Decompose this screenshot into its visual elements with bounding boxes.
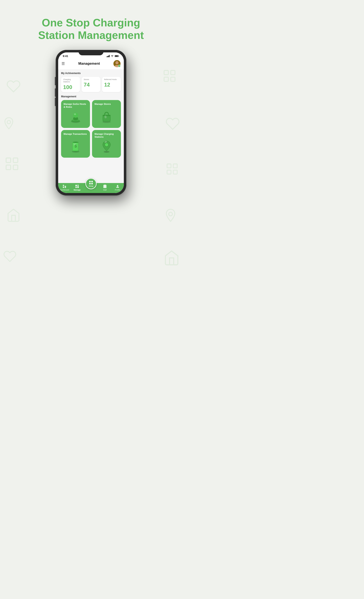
phone-mockup: 9:41 [56,50,126,195]
svg-rect-52 [65,186,66,188]
manage-transactions-icon: $ [70,139,82,155]
manage-transactions-title: Manage Transactions [64,132,87,135]
svg-point-45 [105,143,108,146]
svg-rect-47 [89,181,91,182]
achievement-value-hosts: 12 [104,81,119,88]
nav-profile-label: Profile [115,189,120,191]
bag-3d-icon [101,109,113,123]
nav-mall[interactable]: Mall [99,184,111,191]
person-3d-icon [69,109,82,123]
svg-rect-15 [107,56,108,57]
setup-fab-label: Setup [89,185,93,187]
svg-rect-41 [74,145,76,145]
svg-point-13 [169,212,172,216]
setup-icon [89,180,93,185]
svg-rect-56 [76,187,77,188]
nav-manage-label: Manage [74,189,81,191]
achievement-label-hosts: Referred Hosts [104,79,119,81]
battery-icon [115,55,119,57]
nav-manage[interactable]: Manage [71,184,84,191]
achievements-row: Charging Stations 100 Stores 74 Referred… [61,77,121,92]
nav-mall-label: Mall [103,189,107,191]
manage-gogo-hosts-card[interactable]: Manage GoGo Hosts & Roles [61,100,90,128]
svg-rect-33 [103,115,110,116]
svg-rect-48 [91,181,93,182]
svg-point-23 [116,61,119,64]
svg-rect-20 [115,55,118,57]
manage-icon [75,184,79,188]
manage-gogo-hosts-title: Manage GoGo Hosts & Roles [64,103,87,109]
svg-rect-2 [13,158,18,162]
svg-rect-4 [13,165,18,170]
page-headline: One Stop Charging Station Management [16,17,166,42]
status-icons [107,55,119,57]
nav-dashboard[interactable]: Dashboard [58,184,71,191]
svg-rect-51 [63,186,64,188]
location-3d-icon [101,139,113,153]
svg-rect-11 [167,170,171,174]
manage-gogo-hosts-icon [69,109,82,125]
nav-dashboard-label: Dashboard [60,189,69,191]
hamburger-button[interactable]: ☰ [61,61,65,66]
svg-point-0 [7,120,10,124]
svg-rect-1 [6,158,11,162]
achievement-card-stores: Stores 74 [82,77,101,92]
svg-rect-57 [77,186,79,188]
svg-rect-53 [63,185,64,186]
headline-line2: Station Management [38,29,144,41]
achievement-card-charging: Charging Stations 100 [61,77,80,92]
svg-point-42 [73,142,78,143]
svg-rect-8 [171,77,175,81]
achievements-section-title: My Achivements [61,72,121,75]
svg-point-29 [74,113,76,115]
avatar-container[interactable] [113,60,120,67]
mall-icon [103,184,107,188]
receipt-3d-icon: $ [70,139,82,153]
svg-rect-9 [167,164,171,168]
manage-stores-card[interactable]: Manage Stores [92,100,121,128]
achievement-label-stores: Stores [84,79,99,81]
avatar-verified-badge [118,65,120,67]
svg-rect-17 [109,55,110,57]
status-time: 9:41 [63,54,68,58]
manage-charging-stations-card[interactable]: Manage Charging Stations [92,130,121,158]
app-content: My Achivements Charging Stations 100 Sto… [58,69,124,183]
phone-screen: 9:41 [58,53,124,193]
svg-rect-3 [6,165,11,170]
svg-rect-49 [89,183,91,184]
profile-icon [116,184,120,188]
svg-rect-40 [74,144,76,144]
dashboard-icon [62,184,67,188]
svg-rect-12 [173,170,177,174]
achievement-label-charging: Charging Stations [63,79,78,83]
setup-fab[interactable]: Setup [85,178,97,189]
management-section-title: Management [61,95,121,98]
wifi-icon [111,55,114,57]
signal-icon [107,55,110,57]
svg-point-28 [73,113,78,118]
svg-rect-7 [164,77,168,81]
phone-notch [78,50,103,55]
app-header: ☰ Management [58,58,124,69]
manage-charging-stations-icon [101,139,113,155]
svg-rect-32 [103,116,110,121]
svg-rect-10 [173,164,177,168]
achievement-value-stores: 74 [84,81,99,88]
svg-rect-54 [76,185,77,186]
svg-point-59 [117,185,118,186]
achievement-card-hosts: Referred Hosts 12 [102,77,121,92]
svg-point-43 [104,151,110,153]
svg-rect-14 [107,56,107,57]
manage-transactions-card[interactable]: Manage Transactions [61,130,90,158]
svg-rect-5 [164,70,168,75]
manage-stores-title: Manage Stores [94,103,119,106]
headline-line1: One Stop Charging [42,17,140,29]
bottom-navigation: Setup Dashboard [58,183,124,193]
achievement-value-charging: 100 [63,84,78,90]
svg-point-18 [112,57,112,57]
manage-charging-stations-title: Manage Charging Stations [94,132,119,139]
nav-profile[interactable]: Profile [111,184,124,191]
phone-frame: 9:41 [56,50,126,195]
header-title: Management [78,62,100,66]
management-grid: Manage GoGo Hosts & Roles [61,100,121,158]
